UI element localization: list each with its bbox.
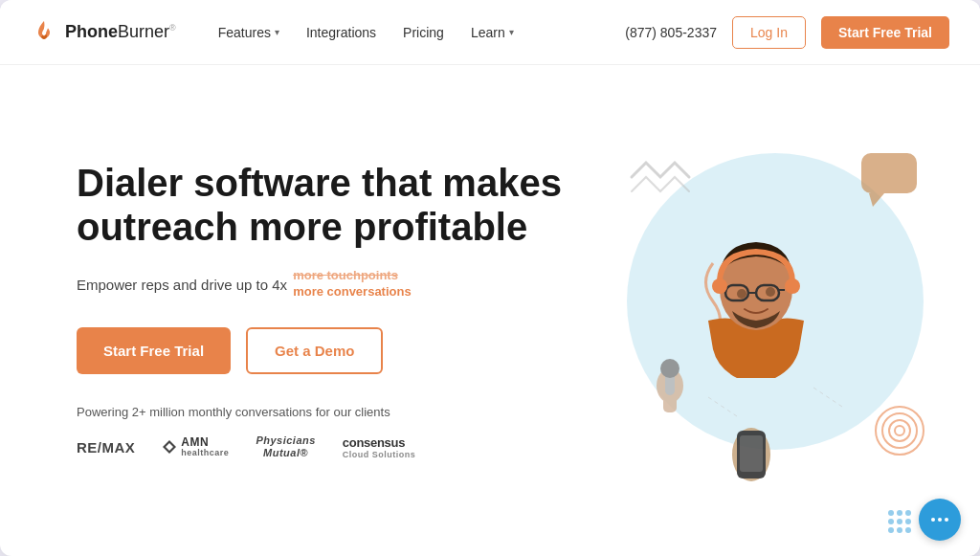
navbar: PhoneBurner® Features ▾ Integrations Pri… <box>0 0 980 65</box>
nav-integrations[interactable]: Integrations <box>295 17 388 48</box>
svg-point-6 <box>895 426 904 435</box>
hero-demo-button[interactable]: Get a Demo <box>246 327 383 374</box>
amn-icon <box>162 439 177 455</box>
learn-chevron-icon: ▾ <box>509 27 514 37</box>
login-button[interactable]: Log In <box>732 16 806 49</box>
hero-trial-button[interactable]: Start Free Trial <box>77 327 231 374</box>
svg-point-4 <box>882 413 917 448</box>
remax-logo: RE/MAX <box>77 439 135 456</box>
nav-links: Features ▾ Integrations Pricing Learn ▾ <box>207 17 626 48</box>
logo[interactable]: PhoneBurner® <box>31 19 176 46</box>
hero-title: Dialer software that makes outreach more… <box>77 161 574 249</box>
hero-left: Dialer software that makes outreach more… <box>77 161 574 459</box>
svg-rect-1 <box>861 153 917 193</box>
nav-trial-button[interactable]: Start Free Trial <box>821 16 949 49</box>
client-logos: RE/MAX AMN healthcare PhysiciansMutual® <box>77 434 574 459</box>
logo-text: PhoneBurner® <box>65 22 176 42</box>
consensus-logo: consensus Cloud Solutions <box>343 435 416 459</box>
svg-point-11 <box>660 359 679 378</box>
browser-frame: PhoneBurner® Features ▾ Integrations Pri… <box>0 0 980 556</box>
nav-features[interactable]: Features ▾ <box>207 17 291 48</box>
grid-dots <box>888 510 911 533</box>
nav-right: (877) 805-2337 Log In Start Free Trial <box>625 16 949 49</box>
chat-icon <box>931 518 948 522</box>
hero-subtitle: Empower reps and drive up to 4x more tou… <box>77 268 574 300</box>
svg-point-5 <box>889 420 910 441</box>
nav-learn[interactable]: Learn ▾ <box>459 17 525 48</box>
powering-text: Powering 2+ million monthly conversation… <box>77 405 574 419</box>
main-content: Dialer software that makes outreach more… <box>0 65 980 556</box>
svg-point-25 <box>766 287 775 297</box>
features-chevron-icon: ▾ <box>275 27 279 37</box>
hero-illustration-area <box>574 65 938 556</box>
svg-point-24 <box>737 289 746 299</box>
svg-rect-14 <box>740 435 763 472</box>
amn-logo: AMN healthcare <box>162 436 229 458</box>
phone-number: (877) 805-2337 <box>625 25 717 40</box>
svg-point-23 <box>785 278 800 294</box>
svg-point-22 <box>712 278 727 294</box>
physicians-logo: PhysiciansMutual® <box>256 434 315 459</box>
hero-svg <box>574 91 938 531</box>
flame-icon <box>31 19 57 46</box>
nav-pricing[interactable]: Pricing <box>391 17 456 48</box>
hero-buttons: Start Free Trial Get a Demo <box>77 327 574 374</box>
chat-widget[interactable] <box>919 499 961 541</box>
